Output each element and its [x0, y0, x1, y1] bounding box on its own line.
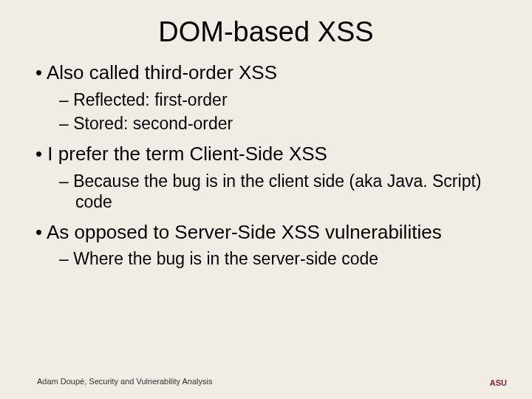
logo-text: ASU: [490, 380, 507, 387]
bullet-text: Where the bug is in the server-side code: [73, 249, 378, 268]
bullet-lvl2: Reflected: first-order: [59, 89, 497, 110]
bullet-text: I prefer the term Client-Side XSS: [47, 143, 327, 165]
bullet-text: Reflected: first-order: [73, 90, 227, 109]
bullet-lvl1: I prefer the term Client-Side XSS: [35, 143, 497, 166]
bullet-lvl1: As opposed to Server-Side XSS vulnerabil…: [35, 221, 497, 245]
footer-text: Adam Doupé, Security and Vulnerability A…: [37, 377, 212, 386]
bullet-lvl1: Also called third-order XSS: [35, 61, 497, 85]
slide: DOM-based XSS Also called third-order XS…: [0, 0, 532, 399]
slide-content: Also called third-order XSS Reflected: f…: [0, 55, 532, 269]
asu-logo: ASU: [490, 380, 507, 387]
bullet-lvl2: Where the bug is in the server-side code: [59, 248, 497, 269]
bullet-text: Stored: second-order: [73, 114, 233, 133]
bullet-lvl2: Because the bug is in the client side (a…: [59, 171, 497, 212]
bullet-text: Also called third-order XSS: [47, 61, 277, 83]
slide-title: DOM-based XSS: [0, 0, 532, 55]
bullet-lvl2: Stored: second-order: [59, 113, 497, 134]
bullet-text: Because the bug is in the client side (a…: [73, 171, 481, 211]
bullet-text: As opposed to Server-Side XSS vulnerabil…: [47, 221, 442, 243]
